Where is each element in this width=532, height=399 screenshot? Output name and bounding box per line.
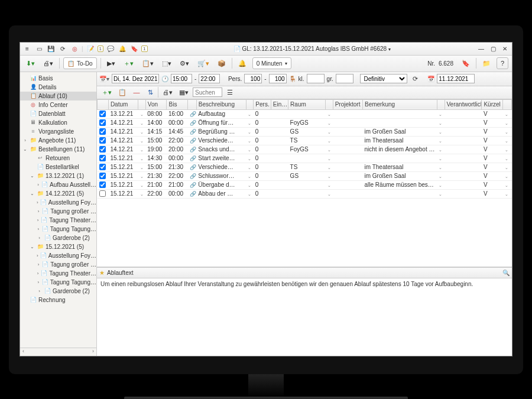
alert-icon[interactable]: 🔖 [129, 44, 139, 53]
cell[interactable] [271, 136, 288, 145]
window-icon[interactable]: ▭ [34, 44, 44, 53]
settings-button[interactable]: ⚙▾ [177, 57, 192, 69]
sidebar-item[interactable]: ›📄Tagung Theater… [20, 269, 96, 278]
cell[interactable]: 22:00 [167, 171, 188, 180]
cell[interactable]: ⌄ [437, 118, 445, 127]
tree-caret-icon[interactable]: › [37, 288, 42, 294]
cell[interactable]: Aufbautag [196, 109, 246, 118]
cell[interactable]: ⌄ [326, 180, 333, 189]
chevron-down-icon[interactable]: ⌄ [327, 112, 331, 116]
cell[interactable] [333, 145, 362, 154]
cell[interactable] [271, 180, 288, 189]
tree-caret-icon[interactable]: ⌄ [30, 173, 35, 179]
cell[interactable]: FoyGS [288, 145, 326, 154]
reminder-selector[interactable]: 0 Minuten ▾ [252, 57, 291, 69]
cell[interactable] [288, 154, 326, 163]
sidebar-item[interactable]: ›📄Tagung Tagung… [20, 225, 96, 233]
cell[interactable]: ⌄ [503, 127, 512, 136]
sidebar-item[interactable]: ›📄Garderobe (2) [20, 233, 96, 242]
scroll-left-icon[interactable]: ‹ [22, 348, 24, 356]
tree-caret-icon[interactable]: › [37, 200, 38, 205]
cell[interactable] [98, 171, 109, 180]
row-checkbox[interactable] [99, 155, 106, 161]
cell[interactable]: 22:00 [167, 136, 188, 145]
sidebar-item[interactable]: ›📄Tagung Tagung… [20, 278, 96, 287]
sidebar-item[interactable]: ›📄Aufbau Ausstell… [20, 180, 96, 189]
help-button[interactable]: ? [497, 57, 508, 69]
cell[interactable] [333, 127, 362, 136]
scroll-right-icon[interactable]: › [92, 348, 94, 356]
link-icon[interactable]: 🔗 [190, 181, 197, 188]
cell[interactable]: ⌄ [326, 127, 333, 136]
cell[interactable] [98, 109, 109, 118]
cell[interactable]: ⌄ [246, 109, 254, 118]
chevron-down-icon[interactable]: ⌄ [248, 121, 251, 125]
table-row[interactable]: 14.12.21⌄15:0022:00🔗Verschiede…⌄0TS⌄im T… [98, 136, 512, 145]
cell[interactable]: 13.12.21 [108, 109, 138, 118]
tree-caret-icon[interactable]: › [37, 280, 40, 285]
grid-sort-button[interactable]: ⇅ [144, 86, 156, 98]
cell[interactable]: 🔗 [188, 127, 197, 136]
cell[interactable]: ⌄ [326, 118, 333, 127]
cart-button[interactable]: 🛒▾ [195, 57, 212, 69]
chevron-down-icon[interactable]: ⌄ [140, 139, 144, 143]
cell[interactable]: 0 [254, 127, 271, 136]
add-button[interactable]: ＋▾ [121, 57, 136, 69]
link-icon[interactable]: 🔗 [190, 190, 197, 197]
column-header[interactable] [98, 99, 109, 109]
column-header[interactable] [503, 99, 512, 109]
column-header[interactable]: Kürzel [482, 99, 503, 109]
column-header[interactable]: Raum [288, 99, 326, 109]
cell[interactable]: 14:15 [145, 127, 167, 136]
todo-button[interactable]: 📋 To-Do [63, 57, 97, 69]
cell[interactable]: Start zweite… [196, 154, 246, 163]
chevron-down-icon[interactable]: ⌄ [327, 183, 331, 187]
menu-icon[interactable]: ≡ [22, 44, 32, 53]
cell[interactable]: ⌄ [503, 189, 512, 198]
cell[interactable]: V [482, 136, 503, 145]
cell[interactable]: V [482, 145, 503, 154]
cell[interactable]: 15.12.21 [108, 189, 138, 198]
status-refresh-button[interactable]: ⟳ [410, 73, 421, 85]
link-icon[interactable]: 🔗 [190, 146, 197, 153]
grid-copy-button[interactable]: 📋 [116, 86, 129, 98]
chevron-down-icon[interactable]: ⌄ [439, 183, 442, 187]
cell[interactable]: ⌄ [246, 136, 254, 145]
cell[interactable]: ⌄ [437, 154, 445, 163]
sidebar-item[interactable]: 📄Bestellartikel [20, 163, 96, 171]
cell[interactable]: ⌄ [326, 163, 333, 171]
copy-button[interactable]: 📋▾ [140, 57, 156, 69]
star-icon[interactable]: ★ [99, 270, 105, 276]
schedule-grid[interactable]: DatumVonBisBeschreibungPers.Ein…RaumProj… [97, 99, 512, 267]
chevron-down-icon[interactable]: ⌄ [505, 121, 508, 125]
row-checkbox[interactable] [99, 181, 106, 188]
sidebar-item[interactable]: ⌄📁13.12.2021 (1) [20, 171, 96, 180]
cell[interactable] [271, 154, 288, 163]
cell[interactable]: V [482, 180, 503, 189]
cell[interactable]: FoyGS [288, 118, 326, 127]
chevron-down-icon[interactable]: ⌄ [327, 166, 331, 170]
chevron-down-icon[interactable]: ⌄ [140, 192, 144, 196]
sidebar-item[interactable]: ›📄Garderobe (2) [20, 287, 96, 296]
chevron-down-icon[interactable]: ⌄ [327, 174, 331, 179]
tree-caret-icon[interactable]: › [22, 138, 28, 143]
row-checkbox[interactable] [99, 190, 106, 197]
cell[interactable]: ⌄ [503, 154, 512, 163]
grid-add-button[interactable]: ＋▾ [99, 86, 114, 98]
cell[interactable]: 15.12.21 [108, 163, 138, 171]
sidebar-item[interactable]: 📄Datenblatt [20, 109, 96, 118]
chevron-down-icon[interactable]: ⌄ [140, 112, 144, 116]
cell[interactable]: 21:30 [145, 171, 167, 180]
cell[interactable]: ⌄ [437, 171, 445, 180]
grid-remove-button[interactable]: — [131, 86, 142, 98]
cell[interactable]: ⌄ [503, 145, 512, 154]
cell[interactable]: ⌄ [326, 171, 333, 180]
grid-search-input[interactable] [193, 87, 222, 97]
cell[interactable]: ⌄ [326, 109, 333, 118]
cell[interactable]: ⌄ [138, 180, 146, 189]
cell[interactable]: ⌄ [437, 145, 445, 154]
grid-filter-button[interactable]: ☰ [224, 86, 236, 98]
cell[interactable] [333, 171, 362, 180]
cell[interactable]: 14.12.21 [108, 118, 138, 127]
cell[interactable]: 🔗 [188, 145, 197, 154]
